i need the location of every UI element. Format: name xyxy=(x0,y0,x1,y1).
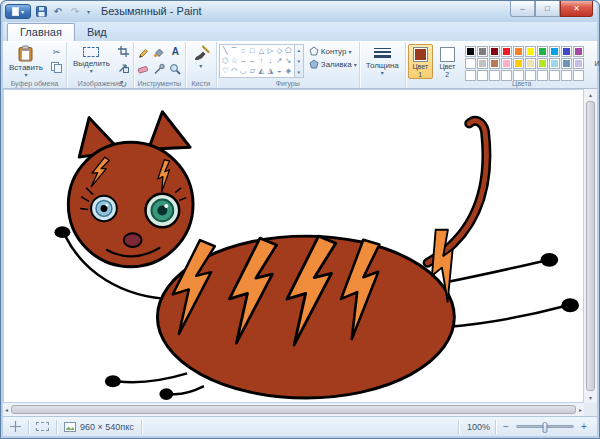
redo-button[interactable]: ↷ xyxy=(67,4,83,19)
palette-swatch[interactable] xyxy=(573,46,584,57)
shape-button[interactable]: ○ xyxy=(239,46,248,56)
palette-swatch[interactable] xyxy=(561,58,572,69)
palette-swatch[interactable] xyxy=(465,58,476,69)
eraser-tool-button[interactable] xyxy=(136,61,151,76)
shape-button[interactable]: ☆ xyxy=(230,56,239,66)
shape-button[interactable]: ▷ xyxy=(266,46,275,56)
shapes-scroll-down-icon[interactable]: ▾ xyxy=(298,58,301,64)
shape-outline-button[interactable]: Контур ▾ xyxy=(309,46,357,56)
resize-button[interactable] xyxy=(116,60,131,75)
zoom-out-button[interactable]: − xyxy=(501,421,511,432)
shapes-grid: ╲⌒○□△▷◇⬠⬡☆→←↑↓↗↘♡◠◡▱◭◮◒◈ xyxy=(219,44,295,78)
paste-button[interactable]: Вставить ▾ xyxy=(5,44,47,79)
line-thickness-icon xyxy=(374,48,391,58)
tab-home[interactable]: Главная xyxy=(7,23,75,41)
color1-label: Цвет xyxy=(412,63,428,71)
fill-tool-button[interactable] xyxy=(152,44,167,59)
palette-swatch[interactable] xyxy=(549,46,560,57)
shape-button[interactable]: ╲ xyxy=(221,46,230,56)
scroll-down-icon[interactable]: ▾ xyxy=(587,392,594,403)
vertical-scrollbar[interactable]: ▴ ▾ xyxy=(584,89,597,403)
shape-button[interactable]: ◭ xyxy=(257,66,266,76)
color-picker-tool-button[interactable] xyxy=(152,61,167,76)
horizontal-scrollbar[interactable]: ◂ ▸ xyxy=(3,403,584,416)
palette-swatch[interactable] xyxy=(489,46,500,57)
palette-swatch[interactable] xyxy=(477,58,488,69)
palette-swatch[interactable] xyxy=(525,58,536,69)
palette-swatch[interactable] xyxy=(489,58,500,69)
close-button[interactable]: ✕ xyxy=(560,1,593,17)
shape-button[interactable]: ⌒ xyxy=(230,46,239,56)
shape-button[interactable]: ← xyxy=(248,56,257,66)
vertical-scroll-thumb[interactable] xyxy=(586,101,595,391)
copy-button[interactable] xyxy=(49,60,64,75)
pencil-tool-button[interactable] xyxy=(136,44,151,59)
outline-dropdown-icon: ▾ xyxy=(348,48,351,55)
shape-button[interactable]: ↗ xyxy=(275,56,284,66)
shape-button[interactable]: ⬡ xyxy=(221,56,230,66)
shape-button[interactable]: ◈ xyxy=(284,66,293,76)
zoom-slider[interactable] xyxy=(516,425,574,428)
palette-swatch[interactable] xyxy=(525,46,536,57)
cat-leg-back-upper xyxy=(444,261,544,283)
workarea: ▴ ▾ ◂ ▸ xyxy=(3,89,597,416)
palette-swatch[interactable] xyxy=(537,46,548,57)
shape-button[interactable]: □ xyxy=(248,46,257,56)
shape-button[interactable]: ◮ xyxy=(266,66,275,76)
scroll-right-icon[interactable]: ▸ xyxy=(577,404,584,415)
palette-swatch[interactable] xyxy=(513,58,524,69)
magnifier-tool-button[interactable] xyxy=(168,61,183,76)
palette-swatch[interactable] xyxy=(573,58,584,69)
shape-button[interactable]: △ xyxy=(257,46,266,56)
palette-swatch[interactable] xyxy=(549,58,560,69)
titlebar[interactable]: ▾ ↶ ↷ ▾ Безымянный - Paint – □ ✕ xyxy=(3,1,597,22)
shape-button[interactable]: ♡ xyxy=(221,66,230,76)
size-button[interactable]: Толщина ▾ xyxy=(362,44,403,77)
palette-swatch[interactable] xyxy=(561,46,572,57)
qat-customize-icon[interactable]: ▾ xyxy=(84,8,93,15)
ribbon-tabstrip: Главная Вид xyxy=(3,22,597,41)
color1-button[interactable]: Цвет 1 xyxy=(408,44,433,79)
brushes-button[interactable]: ▾ xyxy=(188,44,214,70)
shape-button[interactable]: ⬠ xyxy=(284,46,293,56)
cut-button[interactable]: ✂ xyxy=(49,44,64,59)
shape-fill-button[interactable]: Заливка ▾ xyxy=(309,59,357,69)
app-menu-button[interactable]: ▾ xyxy=(5,4,31,19)
shape-button[interactable]: ◡ xyxy=(239,66,248,76)
text-tool-button[interactable]: A xyxy=(168,44,183,59)
zoom-in-button[interactable]: + xyxy=(579,421,589,432)
cat-leg-back-lower xyxy=(447,306,564,327)
palette-swatch[interactable] xyxy=(537,58,548,69)
save-button[interactable] xyxy=(33,4,49,19)
scroll-left-icon[interactable]: ◂ xyxy=(3,404,10,415)
scroll-up-icon[interactable]: ▴ xyxy=(587,89,594,100)
undo-button[interactable]: ↶ xyxy=(50,4,66,19)
horizontal-scroll-thumb[interactable] xyxy=(11,405,576,414)
shape-button[interactable]: ◇ xyxy=(275,46,284,56)
shape-button[interactable]: ◠ xyxy=(230,66,239,76)
palette-swatch[interactable] xyxy=(501,46,512,57)
shape-button[interactable]: ↘ xyxy=(284,56,293,66)
palette-swatch[interactable] xyxy=(465,46,476,57)
shape-button[interactable]: → xyxy=(239,56,248,66)
shape-button[interactable]: ↓ xyxy=(266,56,275,66)
minimize-button[interactable]: – xyxy=(510,1,535,17)
shapes-scroll-up-icon[interactable]: ▴ xyxy=(298,47,301,53)
shapes-more-icon[interactable]: ▾ xyxy=(298,69,301,75)
quick-access-toolbar: ↶ ↷ ▾ xyxy=(33,4,93,19)
zoom-slider-thumb[interactable] xyxy=(543,422,548,433)
select-button[interactable]: Выделить ▾ xyxy=(69,44,114,75)
cat-leg-front-1 xyxy=(117,373,187,382)
crop-button[interactable] xyxy=(116,44,131,59)
palette-swatch[interactable] xyxy=(513,46,524,57)
maximize-button[interactable]: □ xyxy=(535,1,560,17)
shape-button[interactable]: ▱ xyxy=(248,66,257,76)
palette-swatch[interactable] xyxy=(477,46,488,57)
tab-view[interactable]: Вид xyxy=(75,24,119,41)
palette-swatch[interactable] xyxy=(501,58,512,69)
drawing-canvas[interactable] xyxy=(4,90,583,402)
color2-button[interactable]: Цвет 2 xyxy=(435,44,460,79)
edit-colors-button[interactable]: Изменение цветов xyxy=(590,44,600,76)
shape-button[interactable]: ◒ xyxy=(275,66,284,76)
shape-button[interactable]: ↑ xyxy=(257,56,266,66)
